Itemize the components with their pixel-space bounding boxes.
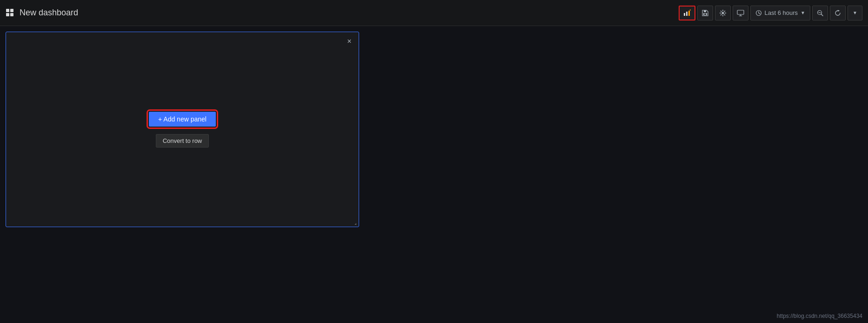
panel-close-button[interactable]: × <box>344 36 355 47</box>
time-range-label: Last 6 hours <box>765 9 798 16</box>
page-title: New dashboard <box>20 8 78 18</box>
add-panel-toolbar-button[interactable]: + <box>679 6 695 20</box>
svg-rect-5 <box>686 12 688 16</box>
svg-point-11 <box>721 12 724 14</box>
refresh-icon <box>834 9 841 17</box>
svg-rect-4 <box>684 13 685 16</box>
resize-handle[interactable] <box>353 221 357 225</box>
grid-icon <box>6 8 15 18</box>
svg-rect-2 <box>6 13 9 16</box>
svg-rect-12 <box>737 10 744 14</box>
zoom-out-button[interactable] <box>812 6 828 20</box>
dashboard-settings-button[interactable] <box>715 6 731 20</box>
main-content: × + Add new panel Convert to row <box>0 26 868 323</box>
header: New dashboard + <box>0 0 868 26</box>
save-dashboard-button[interactable] <box>697 6 713 20</box>
header-left: New dashboard <box>6 8 78 18</box>
close-icon: × <box>347 37 351 46</box>
svg-rect-10 <box>704 13 706 15</box>
time-range-chevron: ▼ <box>801 10 805 15</box>
gear-icon <box>719 9 727 17</box>
svg-line-17 <box>759 13 760 14</box>
svg-line-19 <box>821 14 823 16</box>
svg-text:+: + <box>689 9 691 12</box>
svg-rect-8 <box>704 10 706 12</box>
resize-icon <box>353 221 356 225</box>
convert-to-row-button[interactable]: Convert to row <box>156 134 209 148</box>
chevron-down-icon: ▼ <box>853 10 857 15</box>
clock-icon <box>755 10 762 16</box>
chart-plus-icon: + <box>683 9 691 17</box>
zoom-icon <box>816 9 824 17</box>
save-icon <box>701 9 709 17</box>
add-new-panel-button[interactable]: + Add new panel <box>149 112 216 127</box>
cycle-view-button[interactable] <box>733 6 748 20</box>
dashboard-panel: × + Add new panel Convert to row <box>6 32 359 227</box>
monitor-icon <box>737 9 744 17</box>
toolbar: + <box>679 6 862 20</box>
svg-rect-0 <box>6 9 9 12</box>
grid-svg-icon <box>6 8 15 18</box>
refresh-button[interactable] <box>830 6 846 20</box>
convert-to-row-label: Convert to row <box>163 137 202 144</box>
more-button[interactable]: ▼ <box>848 6 862 20</box>
footer-link: https://blog.csdn.net/qq_36635434 <box>777 313 862 319</box>
svg-rect-3 <box>10 13 13 16</box>
time-range-button[interactable]: Last 6 hours ▼ <box>750 6 810 20</box>
svg-rect-1 <box>10 9 13 12</box>
add-new-panel-label: + Add new panel <box>158 115 207 123</box>
